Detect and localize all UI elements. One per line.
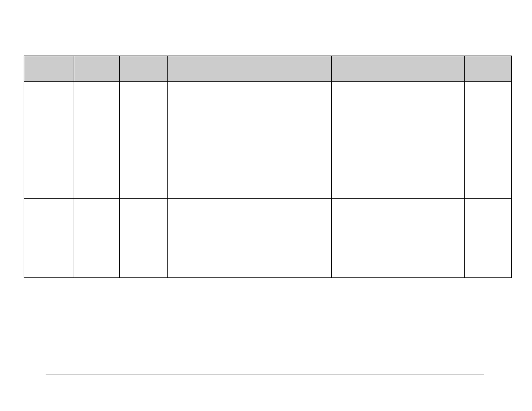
table-header-cell [332,56,465,82]
table-cell [74,199,120,278]
table-header-cell [120,56,168,82]
footer-horizontal-rule [46,374,484,374]
table-row [24,199,512,278]
table-cell [465,82,512,199]
table-header-cell [24,56,74,82]
table-cell [332,199,465,278]
table-cell [168,199,332,278]
table-header-row [24,56,512,82]
table-header-cell [74,56,120,82]
table-cell [168,82,332,199]
table-cell [74,82,120,199]
table-cell [332,82,465,199]
table-cell [24,199,74,278]
table-cell [120,199,168,278]
table-cell [24,82,74,199]
table-container [24,56,511,278]
table-header-cell [465,56,512,82]
page [0,0,532,411]
data-table [24,56,512,278]
table-cell [465,199,512,278]
table-cell [120,82,168,199]
table-row [24,82,512,199]
table-header-cell [168,56,332,82]
